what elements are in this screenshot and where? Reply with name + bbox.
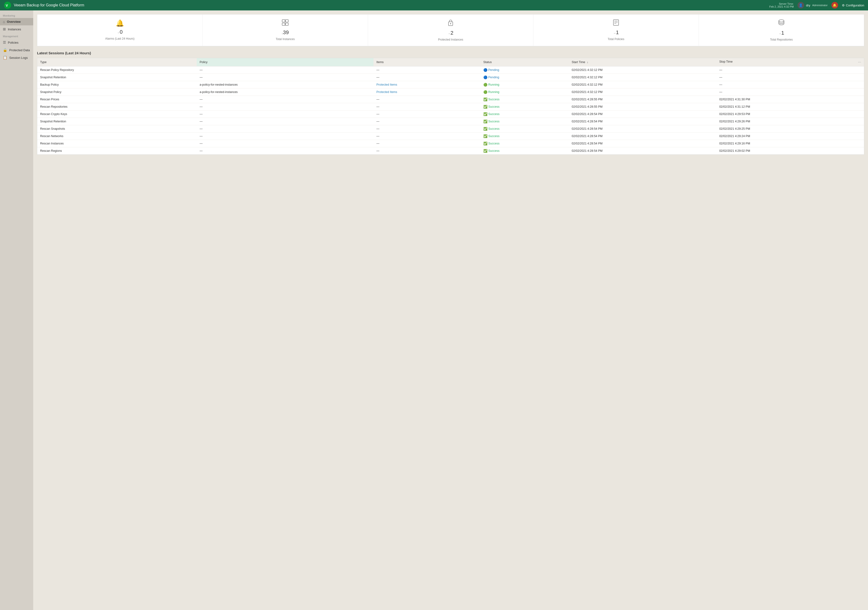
total-instances-label: Total Instances: [276, 37, 295, 41]
cell-start-time: 02/02/2021 4:28:54 PM: [569, 118, 716, 125]
stats-row: 🔔 →0 Alarms (Last 24 Hours) ↓39: [37, 14, 864, 46]
cell-status: 🟢 Running: [480, 88, 569, 96]
cell-start-time: 02/02/2021 4:32:12 PM: [569, 81, 716, 88]
sidebar-item-overview[interactable]: ⌂ Overview: [0, 18, 33, 25]
cell-policy: —: [197, 147, 374, 155]
stat-total-policies: →1 Total Policies: [533, 14, 699, 46]
table-row: Rescan Instances——✅ Success02/02/2021 4:…: [37, 140, 864, 147]
user-role: Administrator: [812, 4, 828, 7]
status-badge: ✅ Success: [484, 105, 566, 108]
cell-policy: —: [197, 110, 374, 118]
username: dry: [806, 3, 810, 7]
total-policies-label: Total Policies: [608, 37, 624, 41]
cell-stop-time: 02/02/2021 4:31:30 PM: [716, 96, 864, 103]
table-row: Rescan Prices——✅ Success02/02/2021 4:28:…: [37, 96, 864, 103]
cell-policy: —: [197, 67, 374, 74]
cell-stop-time: —: [716, 74, 864, 81]
sidebar-item-session-logs[interactable]: 📋 Session Logs: [0, 54, 33, 62]
management-section-label: Management: [0, 33, 33, 39]
user-info[interactable]: 👤 dry Administrator: [798, 2, 828, 9]
user-avatar: 👤: [798, 2, 804, 9]
col-items: Items: [374, 58, 480, 67]
cell-status: ✅ Success: [480, 140, 569, 147]
table-row: Rescan Crypto Keys——✅ Success02/02/2021 …: [37, 110, 864, 118]
status-badge: ✅ Success: [484, 98, 566, 101]
policies-icon: ☰: [3, 40, 6, 45]
cell-type: Rescan Policy Repository: [37, 67, 197, 74]
notification-bell[interactable]: 🔔: [831, 2, 838, 9]
cell-start-time: 02/02/2021 4:28:55 PM: [569, 103, 716, 110]
server-time: Server Time: Feb 2, 2021 4:32 PM: [769, 2, 794, 8]
table-row: Rescan Networks——✅ Success02/02/2021 4:2…: [37, 133, 864, 140]
cell-status: ✅ Success: [480, 118, 569, 125]
cell-type: Rescan Repositories: [37, 103, 197, 110]
sort-icon: ↓: [587, 60, 588, 64]
svg-rect-5: [285, 23, 288, 25]
total-repositories-value: →1: [778, 30, 784, 36]
cell-stop-time: 02/02/2021 4:29:02 PM: [716, 147, 864, 155]
status-badge: ✅ Success: [484, 149, 566, 153]
cell-status: ✅ Success: [480, 125, 569, 133]
policies-stat-icon: [613, 19, 619, 28]
app-header: V Veeam Backup for Google Cloud Platform…: [0, 0, 868, 11]
configuration-button[interactable]: ⚙ Configuration: [842, 3, 864, 7]
sessions-tbody: Rescan Policy Repository——🔵 Pending02/02…: [37, 67, 864, 155]
status-badge: ✅ Success: [484, 134, 566, 138]
col-stop-time: Stop Time ···: [716, 58, 864, 67]
status-badge: 🔵 Pending: [484, 68, 566, 72]
table-row: Rescan Policy Repository——🔵 Pending02/02…: [37, 67, 864, 74]
cell-items: —: [374, 147, 480, 155]
table-row: Rescan Repositories——✅ Success02/02/2021…: [37, 103, 864, 110]
cell-policy: a-policy-for-nested-instances: [197, 88, 374, 96]
veeam-logo-icon: V: [4, 2, 11, 9]
cell-items: —: [374, 74, 480, 81]
svg-point-7: [450, 23, 451, 24]
cell-policy: —: [197, 140, 374, 147]
cell-items: —: [374, 67, 480, 74]
main-content: 🔔 →0 Alarms (Last 24 Hours) ↓39: [33, 11, 868, 610]
cell-start-time: 02/02/2021 4:32:12 PM: [569, 88, 716, 96]
col-start-time: Start Time ↓: [569, 58, 716, 67]
col-status: Status: [480, 58, 569, 67]
protected-data-icon: 🔒: [3, 48, 7, 52]
cell-status: ✅ Success: [480, 96, 569, 103]
header-logo: V Veeam Backup for Google Cloud Platform: [4, 2, 769, 9]
instances-icon: ⊞: [3, 27, 6, 31]
protected-instances-value: →2: [448, 30, 453, 36]
table-header-row: Type Policy Items Status Start Time ↓ St…: [37, 58, 864, 67]
total-instances-value: ↓39: [282, 29, 289, 36]
column-menu-icon[interactable]: ···: [858, 60, 861, 64]
cell-items: —: [374, 96, 480, 103]
table-row: Snapshot Retention——✅ Success02/02/2021 …: [37, 118, 864, 125]
cell-start-time: 02/02/2021 4:28:54 PM: [569, 140, 716, 147]
cell-items: —: [374, 133, 480, 140]
cell-status: 🟢 Running: [480, 81, 569, 88]
table-row: Snapshot Policya-policy-for-nested-insta…: [37, 88, 864, 96]
svg-rect-2: [282, 20, 285, 22]
cell-items[interactable]: Protected Items: [374, 81, 480, 88]
instances-stat-icon: [282, 19, 289, 28]
app-body: Monitoring ⌂ Overview ⊞ Instances Manage…: [0, 11, 868, 610]
session-logs-icon: 📋: [3, 56, 7, 60]
cell-items: —: [374, 125, 480, 133]
protected-items-link[interactable]: Protected Items: [376, 83, 397, 86]
cell-items: —: [374, 103, 480, 110]
stat-total-repositories: →1 Total Repositories: [699, 14, 864, 46]
cell-status: ✅ Success: [480, 103, 569, 110]
table-row: Snapshot Retention——🔵 Pending02/02/2021 …: [37, 74, 864, 81]
protected-items-link[interactable]: Protected Items: [376, 90, 397, 94]
sidebar-item-instances[interactable]: ⊞ Instances: [0, 25, 33, 33]
monitoring-section-label: Monitoring: [0, 12, 33, 18]
cell-stop-time: 02/02/2021 4:31:12 PM: [716, 103, 864, 110]
cell-type: Rescan Snapshots: [37, 125, 197, 133]
col-type: Type: [37, 58, 197, 67]
cell-policy: a-policy-for-nested-instances: [197, 81, 374, 88]
status-badge: ✅ Success: [484, 142, 566, 146]
cell-start-time: 02/02/2021 4:32:12 PM: [569, 67, 716, 74]
sidebar-item-protected-data[interactable]: 🔒 Protected Data: [0, 46, 33, 54]
cell-items[interactable]: Protected Items: [374, 88, 480, 96]
sidebar-item-policies[interactable]: ☰ Policies: [0, 39, 33, 46]
cell-items: —: [374, 110, 480, 118]
svg-rect-4: [282, 23, 285, 25]
status-badge: 🔵 Pending: [484, 76, 566, 79]
